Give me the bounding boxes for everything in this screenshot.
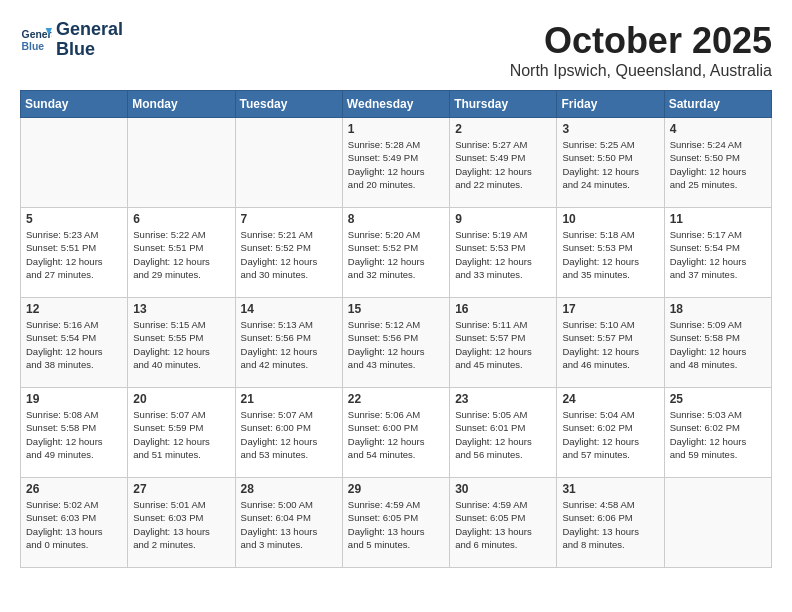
day-info: Sunrise: 4:58 AM Sunset: 6:06 PM Dayligh… — [562, 498, 658, 551]
calendar-cell: 23Sunrise: 5:05 AM Sunset: 6:01 PM Dayli… — [450, 388, 557, 478]
day-number: 29 — [348, 482, 444, 496]
day-info: Sunrise: 5:16 AM Sunset: 5:54 PM Dayligh… — [26, 318, 122, 371]
day-header-tuesday: Tuesday — [235, 91, 342, 118]
day-number: 21 — [241, 392, 337, 406]
day-info: Sunrise: 5:12 AM Sunset: 5:56 PM Dayligh… — [348, 318, 444, 371]
week-row-4: 19Sunrise: 5:08 AM Sunset: 5:58 PM Dayli… — [21, 388, 772, 478]
calendar-cell: 29Sunrise: 4:59 AM Sunset: 6:05 PM Dayli… — [342, 478, 449, 568]
day-info: Sunrise: 5:02 AM Sunset: 6:03 PM Dayligh… — [26, 498, 122, 551]
day-number: 31 — [562, 482, 658, 496]
day-number: 25 — [670, 392, 766, 406]
day-info: Sunrise: 5:09 AM Sunset: 5:58 PM Dayligh… — [670, 318, 766, 371]
day-info: Sunrise: 5:03 AM Sunset: 6:02 PM Dayligh… — [670, 408, 766, 461]
day-number: 10 — [562, 212, 658, 226]
week-row-1: 1Sunrise: 5:28 AM Sunset: 5:49 PM Daylig… — [21, 118, 772, 208]
days-header-row: SundayMondayTuesdayWednesdayThursdayFrid… — [21, 91, 772, 118]
day-number: 5 — [26, 212, 122, 226]
calendar-cell: 20Sunrise: 5:07 AM Sunset: 5:59 PM Dayli… — [128, 388, 235, 478]
calendar-table: SundayMondayTuesdayWednesdayThursdayFrid… — [20, 90, 772, 568]
location-title: North Ipswich, Queensland, Australia — [510, 62, 772, 80]
calendar-cell: 10Sunrise: 5:18 AM Sunset: 5:53 PM Dayli… — [557, 208, 664, 298]
day-info: Sunrise: 5:06 AM Sunset: 6:00 PM Dayligh… — [348, 408, 444, 461]
day-number: 11 — [670, 212, 766, 226]
calendar-cell: 18Sunrise: 5:09 AM Sunset: 5:58 PM Dayli… — [664, 298, 771, 388]
day-info: Sunrise: 5:28 AM Sunset: 5:49 PM Dayligh… — [348, 138, 444, 191]
week-row-2: 5Sunrise: 5:23 AM Sunset: 5:51 PM Daylig… — [21, 208, 772, 298]
calendar-cell: 12Sunrise: 5:16 AM Sunset: 5:54 PM Dayli… — [21, 298, 128, 388]
logo-icon: General Blue — [20, 24, 52, 56]
day-info: Sunrise: 5:24 AM Sunset: 5:50 PM Dayligh… — [670, 138, 766, 191]
logo: General Blue General Blue — [20, 20, 123, 60]
calendar-cell — [21, 118, 128, 208]
day-info: Sunrise: 5:18 AM Sunset: 5:53 PM Dayligh… — [562, 228, 658, 281]
logo-line2: Blue — [56, 40, 123, 60]
week-row-5: 26Sunrise: 5:02 AM Sunset: 6:03 PM Dayli… — [21, 478, 772, 568]
calendar-cell: 9Sunrise: 5:19 AM Sunset: 5:53 PM Daylig… — [450, 208, 557, 298]
day-number: 6 — [133, 212, 229, 226]
logo-line1: General — [56, 20, 123, 40]
calendar-cell: 7Sunrise: 5:21 AM Sunset: 5:52 PM Daylig… — [235, 208, 342, 298]
calendar-cell — [235, 118, 342, 208]
day-number: 2 — [455, 122, 551, 136]
day-info: Sunrise: 5:22 AM Sunset: 5:51 PM Dayligh… — [133, 228, 229, 281]
day-number: 24 — [562, 392, 658, 406]
calendar-cell: 25Sunrise: 5:03 AM Sunset: 6:02 PM Dayli… — [664, 388, 771, 478]
calendar-cell: 30Sunrise: 4:59 AM Sunset: 6:05 PM Dayli… — [450, 478, 557, 568]
month-title: October 2025 — [510, 20, 772, 62]
day-number: 14 — [241, 302, 337, 316]
calendar-cell: 24Sunrise: 5:04 AM Sunset: 6:02 PM Dayli… — [557, 388, 664, 478]
day-info: Sunrise: 5:27 AM Sunset: 5:49 PM Dayligh… — [455, 138, 551, 191]
calendar-cell: 5Sunrise: 5:23 AM Sunset: 5:51 PM Daylig… — [21, 208, 128, 298]
day-header-friday: Friday — [557, 91, 664, 118]
day-header-monday: Monday — [128, 91, 235, 118]
calendar-cell: 14Sunrise: 5:13 AM Sunset: 5:56 PM Dayli… — [235, 298, 342, 388]
day-number: 19 — [26, 392, 122, 406]
calendar-cell: 15Sunrise: 5:12 AM Sunset: 5:56 PM Dayli… — [342, 298, 449, 388]
day-info: Sunrise: 5:21 AM Sunset: 5:52 PM Dayligh… — [241, 228, 337, 281]
calendar-cell: 11Sunrise: 5:17 AM Sunset: 5:54 PM Dayli… — [664, 208, 771, 298]
day-info: Sunrise: 5:11 AM Sunset: 5:57 PM Dayligh… — [455, 318, 551, 371]
calendar-cell: 1Sunrise: 5:28 AM Sunset: 5:49 PM Daylig… — [342, 118, 449, 208]
day-info: Sunrise: 5:23 AM Sunset: 5:51 PM Dayligh… — [26, 228, 122, 281]
calendar-cell: 19Sunrise: 5:08 AM Sunset: 5:58 PM Dayli… — [21, 388, 128, 478]
day-number: 13 — [133, 302, 229, 316]
calendar-cell: 26Sunrise: 5:02 AM Sunset: 6:03 PM Dayli… — [21, 478, 128, 568]
calendar-cell: 21Sunrise: 5:07 AM Sunset: 6:00 PM Dayli… — [235, 388, 342, 478]
calendar-cell: 13Sunrise: 5:15 AM Sunset: 5:55 PM Dayli… — [128, 298, 235, 388]
day-info: Sunrise: 5:04 AM Sunset: 6:02 PM Dayligh… — [562, 408, 658, 461]
day-number: 28 — [241, 482, 337, 496]
day-info: Sunrise: 5:07 AM Sunset: 6:00 PM Dayligh… — [241, 408, 337, 461]
calendar-cell: 4Sunrise: 5:24 AM Sunset: 5:50 PM Daylig… — [664, 118, 771, 208]
calendar-cell: 2Sunrise: 5:27 AM Sunset: 5:49 PM Daylig… — [450, 118, 557, 208]
day-number: 17 — [562, 302, 658, 316]
calendar-cell: 27Sunrise: 5:01 AM Sunset: 6:03 PM Dayli… — [128, 478, 235, 568]
svg-text:Blue: Blue — [22, 40, 45, 51]
day-header-wednesday: Wednesday — [342, 91, 449, 118]
day-number: 12 — [26, 302, 122, 316]
day-header-sunday: Sunday — [21, 91, 128, 118]
day-number: 27 — [133, 482, 229, 496]
day-number: 16 — [455, 302, 551, 316]
day-number: 8 — [348, 212, 444, 226]
calendar-cell: 16Sunrise: 5:11 AM Sunset: 5:57 PM Dayli… — [450, 298, 557, 388]
day-info: Sunrise: 5:25 AM Sunset: 5:50 PM Dayligh… — [562, 138, 658, 191]
day-number: 3 — [562, 122, 658, 136]
day-number: 23 — [455, 392, 551, 406]
day-number: 22 — [348, 392, 444, 406]
day-number: 20 — [133, 392, 229, 406]
calendar-cell — [128, 118, 235, 208]
header: General Blue General Blue October 2025 N… — [20, 20, 772, 80]
day-number: 1 — [348, 122, 444, 136]
day-header-thursday: Thursday — [450, 91, 557, 118]
calendar-cell — [664, 478, 771, 568]
title-block: October 2025 North Ipswich, Queensland, … — [510, 20, 772, 80]
day-number: 30 — [455, 482, 551, 496]
calendar-cell: 28Sunrise: 5:00 AM Sunset: 6:04 PM Dayli… — [235, 478, 342, 568]
day-number: 15 — [348, 302, 444, 316]
day-number: 26 — [26, 482, 122, 496]
day-info: Sunrise: 5:15 AM Sunset: 5:55 PM Dayligh… — [133, 318, 229, 371]
day-number: 7 — [241, 212, 337, 226]
calendar-cell: 31Sunrise: 4:58 AM Sunset: 6:06 PM Dayli… — [557, 478, 664, 568]
day-header-saturday: Saturday — [664, 91, 771, 118]
day-info: Sunrise: 5:01 AM Sunset: 6:03 PM Dayligh… — [133, 498, 229, 551]
